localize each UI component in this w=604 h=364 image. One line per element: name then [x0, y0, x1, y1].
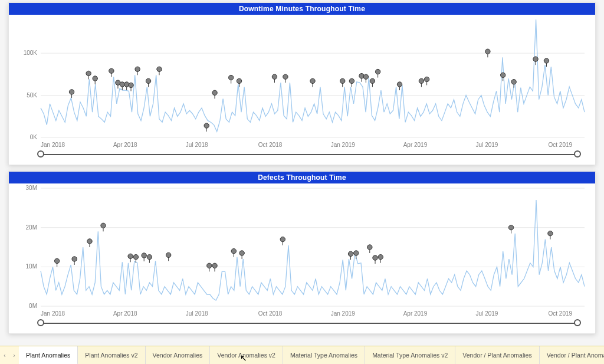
y-tick-label: 100K	[24, 50, 38, 56]
slider-track	[41, 154, 577, 155]
anomaly-marker[interactable]	[280, 237, 285, 241]
tab-vendor-plant-anomalies[interactable]: Vendor / Plant Anomalies	[455, 346, 539, 364]
anomaly-marker[interactable]	[128, 254, 133, 258]
tab-plant-anomalies[interactable]: Plant Anomalies	[19, 346, 78, 364]
x-tick-label: Jan 2019	[331, 310, 356, 317]
x-tick-label: Oct 2019	[549, 310, 573, 317]
defects-plot-area[interactable]: 0M10M20M30MJan 2018Apr 2018Jul 2018Oct 2…	[9, 183, 595, 319]
anomaly-marker[interactable]	[147, 254, 152, 259]
anomaly-marker[interactable]	[146, 78, 150, 83]
anomaly-marker[interactable]	[212, 263, 217, 268]
tab-next-button[interactable]: ›	[9, 346, 19, 364]
tab-label: Material Type Anomalies v2	[372, 352, 448, 359]
slider-handle-right[interactable]	[574, 319, 581, 326]
anomaly-marker[interactable]	[86, 71, 91, 76]
defects-chart-card: Defects Throughout Time 0M10M20M30MJan 2…	[8, 171, 596, 334]
anomaly-marker[interactable]	[349, 78, 354, 83]
anomaly-marker[interactable]	[231, 248, 236, 253]
slider-handle-right[interactable]	[574, 150, 581, 158]
anomaly-marker[interactable]	[367, 245, 372, 250]
x-tick-label: Jul 2019	[476, 310, 498, 317]
anomaly-marker[interactable]	[424, 77, 429, 81]
anomaly-marker[interactable]	[101, 223, 106, 228]
series-line	[41, 200, 585, 300]
tabs-container: Plant AnomaliesPlant Anomalies v2Vendor …	[19, 346, 604, 364]
anomaly-marker[interactable]	[544, 58, 549, 63]
anomaly-marker[interactable]	[207, 263, 212, 268]
anomaly-marker[interactable]	[204, 123, 209, 128]
anomaly-marker[interactable]	[129, 83, 133, 87]
x-tick-label: Apr 2018	[113, 310, 137, 317]
anomaly-marker[interactable]	[375, 69, 380, 74]
x-tick-label: Jul 2019	[476, 142, 498, 148]
x-tick-label: Apr 2018	[113, 142, 137, 148]
anomaly-marker[interactable]	[237, 78, 241, 83]
x-tick-label: Oct 2018	[258, 310, 283, 317]
defects-range-slider[interactable]	[41, 319, 577, 327]
y-tick-label: 0M	[29, 303, 37, 309]
tab-material-type-anomalies-v2[interactable]: Material Type Anomalies v2	[365, 346, 455, 364]
anomaly-marker[interactable]	[109, 68, 114, 73]
y-tick-label: 0K	[30, 134, 38, 140]
anomaly-marker[interactable]	[93, 76, 97, 81]
anomaly-marker[interactable]	[485, 49, 490, 54]
anomaly-marker[interactable]	[373, 255, 378, 260]
slider-handle-left[interactable]	[37, 150, 44, 158]
anomaly-marker[interactable]	[142, 253, 146, 258]
anomaly-marker[interactable]	[283, 74, 288, 79]
tab-label: Material Type Anomalies	[290, 352, 357, 359]
anomaly-marker[interactable]	[72, 257, 77, 261]
anomaly-marker[interactable]	[272, 74, 277, 79]
tab-label: Vendor Anomalies v2	[217, 352, 275, 359]
tab-plant-anomalies-v2[interactable]: Plant Anomalies v2	[78, 346, 145, 364]
anomaly-marker[interactable]	[229, 75, 234, 80]
tab-label: Vendor Anomalies	[153, 352, 203, 359]
anomaly-marker[interactable]	[135, 67, 140, 71]
anomaly-marker[interactable]	[533, 57, 538, 61]
anomaly-marker[interactable]	[363, 74, 368, 79]
anomaly-marker[interactable]	[340, 78, 345, 83]
tab-vendor-plant-anomalies-v2[interactable]: Vendor / Plant Anomalies v2	[540, 346, 604, 364]
y-tick-label: 20M	[26, 224, 37, 231]
anomaly-marker[interactable]	[69, 90, 74, 94]
anomaly-marker[interactable]	[239, 251, 244, 255]
anomaly-marker[interactable]	[157, 67, 162, 71]
tab-label: Vendor / Plant Anomalies	[462, 352, 531, 359]
downtime-chart-title: Downtime Minutes Throughout Time	[9, 3, 595, 15]
anomaly-marker[interactable]	[548, 231, 553, 235]
x-tick-label: Apr 2019	[403, 310, 428, 317]
anomaly-marker[interactable]	[370, 78, 375, 83]
x-tick-label: Jan 2018	[41, 310, 65, 317]
downtime-plot-area[interactable]: 0K50K100KJan 2018Apr 2018Jul 2018Oct 201…	[9, 15, 595, 150]
x-tick-label: Oct 2019	[549, 142, 573, 148]
chevron-left-icon: ‹	[4, 352, 5, 359]
anomaly-marker[interactable]	[54, 258, 59, 263]
anomaly-marker[interactable]	[378, 254, 383, 259]
anomaly-marker[interactable]	[166, 252, 170, 257]
anomaly-marker[interactable]	[133, 254, 138, 259]
anomaly-marker[interactable]	[511, 80, 516, 84]
tab-label: Plant Anomalies v2	[85, 352, 137, 359]
anomaly-marker[interactable]	[508, 225, 513, 229]
anomaly-marker[interactable]	[419, 78, 424, 83]
x-tick-label: Jul 2018	[186, 142, 208, 148]
downtime-range-slider[interactable]	[41, 150, 577, 159]
slider-handle-left[interactable]	[37, 319, 44, 326]
x-tick-label: Apr 2019	[403, 142, 428, 148]
anomaly-marker[interactable]	[397, 82, 402, 87]
anomaly-marker[interactable]	[87, 239, 92, 244]
x-tick-label: Jan 2019	[331, 142, 356, 148]
x-tick-label: Oct 2018	[258, 142, 283, 148]
anomaly-marker[interactable]	[348, 251, 353, 256]
y-tick-label: 50K	[27, 92, 37, 99]
tab-vendor-anomalies[interactable]: Vendor Anomalies	[146, 346, 211, 364]
tab-material-type-anomalies[interactable]: Material Type Anomalies	[283, 346, 365, 364]
anomaly-marker[interactable]	[212, 90, 217, 95]
tab-vendor-anomalies-v2[interactable]: Vendor Anomalies v2	[210, 346, 283, 364]
anomaly-marker[interactable]	[354, 251, 359, 255]
tab-prev-button[interactable]: ‹	[0, 346, 9, 364]
y-tick-label: 30M	[26, 185, 37, 191]
anomaly-marker[interactable]	[310, 78, 315, 83]
anomaly-marker[interactable]	[501, 73, 505, 77]
tab-label: Plant Anomalies	[26, 352, 70, 359]
